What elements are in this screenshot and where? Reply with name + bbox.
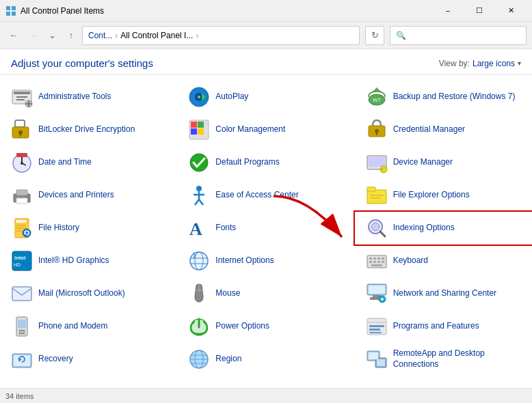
- svg-text:HD: HD: [14, 262, 21, 267]
- color-management-label[interactable]: Color Management: [215, 124, 285, 135]
- item-default-programs[interactable]: Default Programs: [177, 146, 354, 179]
- mail-icon: [11, 283, 33, 305]
- item-remoteapp[interactable]: RemoteApp and Desktop Connections: [355, 343, 532, 376]
- svg-rect-50: [367, 190, 386, 204]
- svg-text:!: !: [382, 167, 383, 172]
- svg-line-64: [380, 232, 385, 236]
- date-time-label[interactable]: Date and Time: [38, 157, 92, 168]
- internet-options-label[interactable]: Internet Options: [215, 255, 274, 266]
- device-manager-label[interactable]: Device Manager: [393, 157, 453, 168]
- item-intel-hd-graphics[interactable]: intelHD Intel® HD Graphics: [0, 245, 177, 277]
- file-explorer-options-icon: [366, 184, 388, 206]
- keyboard-label[interactable]: Keyboard: [393, 255, 428, 266]
- dropdown-button[interactable]: ⌄: [44, 27, 60, 44]
- item-file-history[interactable]: File History: [0, 212, 177, 245]
- devices-printers-label[interactable]: Devices and Printers: [38, 190, 114, 201]
- remoteapp-label[interactable]: RemoteApp and Desktop Connections: [393, 348, 521, 370]
- crumb1[interactable]: Cont...: [88, 31, 112, 40]
- viewby-arrow[interactable]: ▾: [518, 59, 521, 67]
- file-history-label[interactable]: File History: [38, 223, 79, 234]
- item-backup-restore[interactable]: W7 Backup and Restore (Windows 7): [355, 81, 532, 113]
- item-mail[interactable]: Mail (Microsoft Outlook): [0, 277, 177, 310]
- svg-rect-104: [369, 329, 380, 331]
- item-devices-printers[interactable]: Devices and Printers: [0, 179, 177, 212]
- page-title: Adjust your computer's settings: [11, 57, 153, 69]
- credential-manager-label[interactable]: Credential Manager: [393, 124, 465, 135]
- item-recovery[interactable]: Recovery: [0, 343, 177, 376]
- item-network-sharing[interactable]: Network and Sharing Center: [355, 277, 532, 310]
- item-device-manager[interactable]: ! Device Manager: [355, 146, 532, 179]
- svg-rect-27: [198, 128, 204, 135]
- refresh-button[interactable]: ↻: [365, 26, 384, 45]
- viewby-label: View by:: [439, 59, 470, 68]
- default-programs-label[interactable]: Default Programs: [215, 157, 279, 168]
- ease-of-access-label[interactable]: Ease of Access Center: [215, 190, 298, 201]
- viewby-value[interactable]: Large icons: [473, 59, 515, 68]
- mail-label[interactable]: Mail (Microsoft Outlook): [38, 288, 125, 299]
- svg-rect-0: [6, 6, 10, 10]
- bitlocker-label[interactable]: BitLocker Drive Encryption: [38, 124, 135, 135]
- close-button[interactable]: ✕: [495, 0, 527, 22]
- header-bar: Adjust your computer's settings View by:…: [0, 49, 532, 75]
- item-file-explorer-options[interactable]: File Explorer Options: [355, 179, 532, 212]
- administrative-tools-label[interactable]: Administrative Tools: [38, 92, 111, 102]
- recovery-label[interactable]: Recovery: [38, 354, 73, 365]
- indexing-options-label[interactable]: Indexing Options: [393, 223, 455, 234]
- phone-modem-label[interactable]: Phone and Modem: [38, 321, 107, 332]
- backup-restore-label[interactable]: Backup and Restore (Windows 7): [393, 92, 516, 102]
- search-input[interactable]: [396, 31, 520, 40]
- svg-rect-51: [367, 187, 375, 191]
- breadcrumb-separator2: ›: [196, 31, 198, 40]
- back-button[interactable]: ←: [5, 27, 22, 44]
- forward-button[interactable]: →: [25, 27, 41, 44]
- address-bar[interactable]: Cont... › All Control Panel I... ›: [82, 26, 360, 45]
- item-programs-features[interactable]: Programs and Features: [355, 310, 532, 343]
- svg-rect-1: [12, 6, 16, 10]
- autoplay-label[interactable]: AutoPlay: [215, 92, 248, 102]
- item-credential-manager[interactable]: Credential Manager: [355, 113, 532, 146]
- network-sharing-label[interactable]: Network and Sharing Center: [393, 288, 496, 299]
- item-ease-of-access[interactable]: Ease of Access Center: [177, 179, 354, 212]
- item-fonts[interactable]: A Fonts: [177, 212, 354, 245]
- crumb2[interactable]: All Control Panel I...: [120, 31, 193, 40]
- item-region[interactable]: Region: [177, 343, 354, 376]
- svg-rect-82: [12, 287, 31, 301]
- item-indexing-options[interactable]: Indexing Options: [355, 212, 532, 245]
- search-box[interactable]: [390, 26, 527, 45]
- item-phone-modem[interactable]: Phone and Modem: [0, 310, 177, 343]
- minimize-button[interactable]: −: [432, 0, 464, 22]
- item-color-management[interactable]: Color Management: [177, 113, 354, 146]
- power-options-label[interactable]: Power Options: [215, 321, 269, 332]
- mouse-label[interactable]: Mouse: [215, 288, 240, 299]
- indexing-options-icon: [366, 217, 388, 239]
- programs-features-label[interactable]: Programs and Features: [393, 321, 479, 332]
- restore-button[interactable]: ☐: [464, 0, 495, 22]
- up-button[interactable]: ↑: [63, 27, 79, 44]
- items-grid: Administrative Tools AutoPlay W7 Backup …: [0, 81, 532, 376]
- svg-rect-77: [369, 261, 372, 263]
- svg-rect-78: [373, 261, 376, 263]
- window: All Control Panel Items − ☐ ✕ ← → ⌄ ↑ Co…: [0, 0, 532, 403]
- autoplay-icon: [188, 86, 210, 108]
- status-text: 34 items: [5, 392, 34, 400]
- intel-hd-graphics-label[interactable]: Intel® HD Graphics: [38, 255, 109, 266]
- svg-rect-79: [377, 261, 380, 263]
- item-mouse[interactable]: Mouse: [177, 277, 354, 310]
- file-explorer-options-label[interactable]: File Explorer Options: [393, 190, 470, 201]
- date-time-icon: [11, 152, 33, 173]
- credential-manager-icon: [366, 119, 388, 141]
- item-bitlocker[interactable]: BitLocker Drive Encryption: [0, 113, 177, 146]
- svg-rect-105: [369, 332, 382, 333]
- item-internet-options[interactable]: Internet Options: [177, 245, 354, 277]
- item-autoplay[interactable]: AutoPlay: [177, 81, 354, 113]
- item-administrative-tools[interactable]: Administrative Tools: [0, 81, 177, 113]
- mouse-icon: [188, 283, 210, 305]
- item-power-options[interactable]: Power Options: [177, 310, 354, 343]
- svg-rect-2: [6, 12, 10, 16]
- item-keyboard[interactable]: Keyboard: [355, 245, 532, 277]
- item-date-time[interactable]: Date and Time: [0, 146, 177, 179]
- region-label[interactable]: Region: [215, 354, 241, 365]
- svg-rect-116: [369, 352, 378, 359]
- fonts-label[interactable]: Fonts: [215, 223, 236, 234]
- svg-rect-80: [382, 261, 384, 263]
